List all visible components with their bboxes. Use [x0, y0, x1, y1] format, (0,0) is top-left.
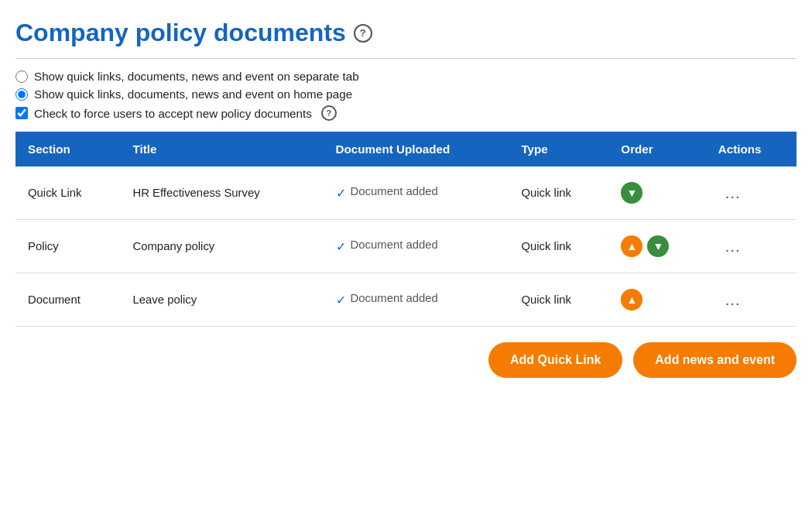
- add-news-event-button[interactable]: Add news and event: [633, 342, 797, 378]
- page-title: Company policy documents ?: [15, 19, 797, 47]
- table-row: Policy Company policy ✓ Document added Q…: [15, 220, 797, 273]
- cell-title: Leave policy: [120, 273, 323, 327]
- title-divider: [15, 58, 797, 59]
- title-help-icon[interactable]: ?: [354, 24, 372, 43]
- cell-section: Policy: [15, 220, 120, 273]
- option-separate-tab-label: Show quick links, documents, news and ev…: [34, 70, 359, 83]
- cell-order: ▲: [608, 273, 706, 327]
- table-row: Document Leave policy ✓ Document added Q…: [15, 273, 797, 327]
- cell-type: Quick link: [509, 273, 608, 327]
- more-actions-button[interactable]: …: [718, 234, 748, 259]
- cell-document-uploaded: ✓ Document added: [324, 166, 509, 220]
- col-actions: Actions: [706, 132, 797, 166]
- option-home-page[interactable]: Show quick links, documents, news and ev…: [15, 88, 797, 101]
- order-up-button[interactable]: ▲: [621, 289, 642, 311]
- document-status-text: Document added: [351, 292, 438, 304]
- cell-title: Company policy: [120, 220, 323, 273]
- footer-buttons: Add Quick Link Add news and event: [15, 342, 797, 378]
- option-home-page-label: Show quick links, documents, news and ev…: [34, 88, 352, 101]
- cell-section: Document: [15, 273, 120, 327]
- title-text: Company policy documents: [15, 19, 346, 47]
- col-title: Title: [120, 132, 323, 166]
- order-down-button[interactable]: ▼: [647, 235, 669, 257]
- radio-home-page[interactable]: [15, 88, 28, 101]
- col-order: Order: [608, 132, 706, 166]
- col-section: Section: [15, 132, 120, 166]
- option-force-accept[interactable]: Check to force users to accept new polic…: [15, 105, 797, 121]
- check-icon: ✓: [336, 293, 346, 307]
- cell-section: Quick Link: [15, 166, 120, 220]
- documents-table: Section Title Document Uploaded Type Ord…: [15, 132, 797, 327]
- cell-type: Quick link: [509, 220, 608, 273]
- more-actions-button[interactable]: …: [718, 180, 748, 205]
- cell-actions: …: [706, 273, 797, 327]
- cell-actions: …: [706, 220, 797, 273]
- force-accept-help-icon[interactable]: ?: [321, 105, 337, 121]
- cell-title: HR Effectiveness Survey: [120, 166, 323, 220]
- option-force-accept-label: Check to force users to accept new polic…: [34, 107, 312, 120]
- cell-type: Quick link: [509, 166, 608, 220]
- table-row: Quick Link HR Effectiveness Survey ✓ Doc…: [15, 166, 797, 220]
- radio-separate-tab[interactable]: [15, 70, 28, 83]
- col-type: Type: [509, 132, 608, 166]
- add-quick-link-button[interactable]: Add Quick Link: [488, 342, 622, 378]
- checkbox-force-accept[interactable]: [15, 107, 28, 119]
- order-down-button[interactable]: ▼: [621, 182, 642, 204]
- col-document-uploaded: Document Uploaded: [324, 132, 509, 166]
- cell-document-uploaded: ✓ Document added: [324, 273, 509, 327]
- cell-document-uploaded: ✓ Document added: [324, 220, 509, 273]
- document-status-text: Document added: [351, 238, 438, 251]
- order-up-button[interactable]: ▲: [621, 235, 642, 257]
- cell-order: ▲ ▼: [608, 220, 706, 273]
- cell-order: ▼: [608, 166, 706, 220]
- more-actions-button[interactable]: …: [718, 287, 748, 312]
- table-header-row: Section Title Document Uploaded Type Ord…: [15, 132, 797, 166]
- display-options: Show quick links, documents, news and ev…: [15, 70, 797, 121]
- option-separate-tab[interactable]: Show quick links, documents, news and ev…: [15, 70, 797, 83]
- check-icon: ✓: [336, 186, 346, 201]
- cell-actions: …: [706, 166, 797, 220]
- check-icon: ✓: [336, 239, 346, 254]
- document-status-text: Document added: [351, 185, 438, 197]
